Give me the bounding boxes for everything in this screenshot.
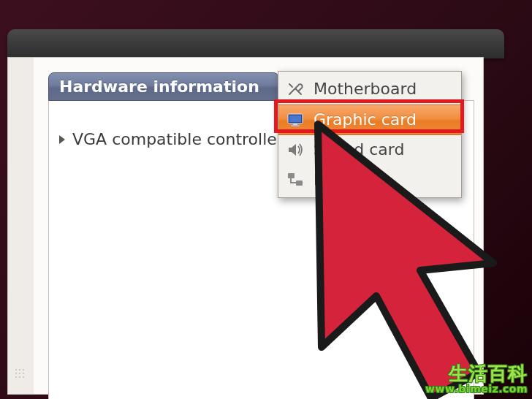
tools-icon (286, 80, 305, 98)
svg-rect-5 (296, 180, 303, 186)
menu-item-motherboard[interactable]: Motherboard (278, 75, 461, 104)
stage-root: Hardware information VGA compatible cont… (0, 0, 532, 399)
tree-row-label: VGA compatible controller (72, 130, 284, 148)
watermark-line2: www.bimeiz.com (425, 384, 528, 395)
speaker-icon (286, 141, 305, 159)
menu-item-label: Motherboard (314, 79, 417, 100)
hardware-dropdown-menu: Motherboard Graphic card (278, 71, 462, 198)
svg-rect-1 (289, 115, 301, 122)
menu-item-label: Network (314, 170, 381, 191)
network-icon (286, 171, 305, 189)
menu-item-network[interactable]: Network (278, 165, 461, 195)
menu-item-label: Graphic card (314, 110, 417, 131)
window-titlebar (7, 29, 504, 58)
menu-item-graphic-card[interactable]: Graphic card (278, 104, 461, 136)
resize-grip-icon (15, 369, 26, 379)
menu-item-sound-card[interactable]: Sound card (278, 135, 461, 165)
watermark-line1: 生活百科 (425, 364, 528, 384)
svg-rect-3 (291, 125, 300, 126)
monitor-icon (286, 111, 305, 129)
expand-caret-icon[interactable] (59, 135, 65, 144)
svg-rect-4 (288, 173, 294, 178)
menu-item-label: Sound card (314, 140, 404, 161)
watermark: 生活百科 www.bimeiz.com (425, 364, 528, 395)
svg-rect-2 (293, 123, 297, 125)
hardware-information-tab[interactable]: Hardware information (48, 72, 279, 101)
sidebar-strip (8, 58, 34, 394)
